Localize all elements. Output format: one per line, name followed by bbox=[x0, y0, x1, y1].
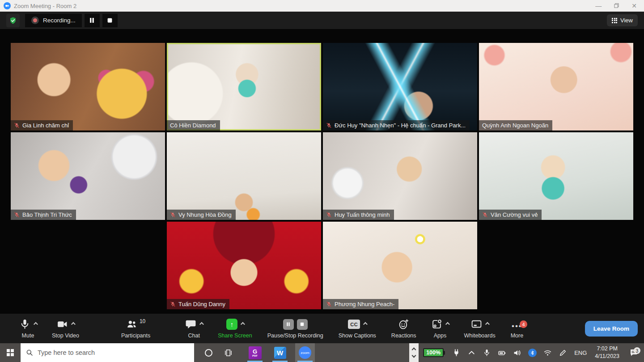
tray-battery-button[interactable] bbox=[494, 343, 509, 362]
share-screen-button[interactable]: ↑ Share Screen bbox=[210, 318, 259, 339]
bluetooth-icon bbox=[528, 349, 537, 357]
bluetooth-button[interactable] bbox=[525, 343, 540, 362]
show-captions-button[interactable]: CC Show Captions bbox=[331, 318, 384, 339]
word-app-button[interactable]: W bbox=[270, 343, 290, 362]
zoom-app-button[interactable]: zoom bbox=[295, 343, 315, 362]
video-tile-co-hien[interactable]: Cô Hiền Diamond bbox=[167, 43, 321, 130]
gallery-row-3: Tuấn Dũng DannyPhương Nhung Peach- bbox=[167, 222, 477, 309]
muted-mic-icon bbox=[326, 301, 332, 307]
minimize-button[interactable]: — bbox=[595, 3, 602, 9]
search-input[interactable] bbox=[38, 349, 189, 356]
captions-options-chevron-icon[interactable] bbox=[363, 322, 368, 327]
participants-icon bbox=[126, 319, 137, 330]
recording-indicator: Recording... bbox=[25, 14, 82, 27]
stop-video-label: Stop Video bbox=[52, 333, 79, 339]
muted-mic-icon bbox=[482, 212, 488, 218]
tray-microphone-button[interactable] bbox=[479, 343, 494, 362]
pause-stop-recording-button[interactable]: Pause/Stop Recording bbox=[260, 318, 331, 339]
search-icon bbox=[26, 349, 33, 356]
window-title: Zoom Meeting - Room 2 bbox=[14, 3, 76, 9]
clock-time: 7:02 PM bbox=[595, 345, 619, 353]
battery-indicator[interactable]: 100% bbox=[423, 348, 445, 357]
video-tile-tuan-dung[interactable]: Tuấn Dũng Danny bbox=[167, 222, 321, 309]
task-view-button[interactable] bbox=[218, 343, 238, 362]
apps-options-chevron-icon[interactable] bbox=[445, 322, 450, 327]
muted-mic-icon bbox=[170, 212, 176, 218]
volume-button[interactable] bbox=[509, 343, 525, 362]
video-camera-icon bbox=[57, 319, 68, 330]
scroll-up-icon[interactable] bbox=[412, 348, 416, 352]
participants-button[interactable]: 10 Participants bbox=[114, 318, 158, 339]
close-button[interactable]: ✕ bbox=[631, 3, 637, 9]
participants-label: Participants bbox=[121, 333, 150, 339]
video-tile-duc-huy[interactable]: Đức Huy "Nhanh Nhẹn" - Hệ chuẩn - Grand … bbox=[323, 43, 477, 130]
participant-name-label: Văn Cường vui vẻ bbox=[479, 210, 542, 220]
participant-name-label: Gia Linh chăm chỉ bbox=[11, 120, 73, 130]
windows-logo-icon bbox=[7, 349, 14, 356]
pause-recording-button[interactable] bbox=[85, 14, 100, 27]
muted-mic-icon bbox=[14, 212, 20, 218]
video-tile-quynh-anh[interactable]: Quỳnh Anh Ngoan Ngoãn bbox=[479, 43, 633, 130]
cortana-icon bbox=[205, 349, 212, 357]
apps-label: Apps bbox=[434, 333, 447, 339]
more-button[interactable]: 4 ••• More bbox=[503, 318, 531, 339]
pdf-app-icon: GPDF bbox=[249, 346, 262, 359]
apps-icon bbox=[431, 319, 442, 330]
pen-icon bbox=[559, 349, 567, 357]
stop-recording-button[interactable] bbox=[102, 14, 118, 27]
reactions-smiley-icon bbox=[398, 319, 409, 330]
security-shield-icon[interactable] bbox=[6, 14, 20, 27]
chat-button[interactable]: Chat bbox=[178, 318, 210, 339]
mute-label: Mute bbox=[22, 333, 34, 339]
wifi-icon bbox=[544, 349, 551, 357]
reactions-button[interactable]: Reactions bbox=[384, 318, 424, 339]
action-center-button[interactable]: 3 bbox=[623, 348, 644, 357]
pen-button[interactable] bbox=[555, 343, 570, 362]
wifi-button[interactable] bbox=[540, 343, 555, 362]
cortana-button[interactable] bbox=[199, 343, 218, 362]
pdf-app-button[interactable]: GPDF bbox=[245, 343, 265, 362]
reactions-label: Reactions bbox=[391, 333, 416, 339]
meeting-toolbar: Mute Stop Video 10 Participants Chat bbox=[0, 314, 644, 343]
video-tile-huy-tuan[interactable]: Huy Tuấn thông minh bbox=[323, 132, 477, 220]
gallery-row-1: Gia Linh chăm chỉCô Hiền DiamondĐức Huy … bbox=[11, 43, 633, 130]
muted-mic-icon bbox=[14, 122, 20, 128]
video-tile-van-cuong[interactable]: Văn Cường vui vẻ bbox=[479, 132, 633, 220]
chat-options-chevron-icon[interactable] bbox=[199, 322, 204, 327]
scroll-down-icon[interactable] bbox=[412, 354, 416, 358]
taskbar-clock[interactable]: 7:02 PM 4/11/2023 bbox=[591, 345, 623, 360]
mute-button[interactable]: Mute bbox=[12, 318, 44, 339]
title-bar: Zoom Meeting - Room 2 — ✕ bbox=[0, 0, 644, 12]
participant-name-label: Phương Nhung Peach- bbox=[323, 299, 398, 309]
video-options-chevron-icon[interactable] bbox=[71, 322, 76, 327]
taskbar-search[interactable] bbox=[21, 343, 194, 362]
view-button[interactable]: View bbox=[607, 14, 638, 26]
video-tile-bao-thinh[interactable]: Bảo Thịnh Tri Thức bbox=[11, 132, 165, 220]
video-tile-gia-linh[interactable]: Gia Linh chăm chỉ bbox=[11, 43, 165, 130]
mute-options-chevron-icon[interactable] bbox=[34, 322, 38, 327]
power-plug-button[interactable] bbox=[449, 343, 464, 362]
participant-name-label: Tuấn Dũng Danny bbox=[167, 299, 229, 309]
toolbar-stop-recording-icon[interactable] bbox=[297, 319, 308, 330]
share-options-chevron-icon[interactable] bbox=[241, 322, 245, 327]
apps-button[interactable]: Apps bbox=[424, 318, 456, 339]
tray-scroll-arrows[interactable] bbox=[409, 343, 419, 362]
language-indicator[interactable]: ENG bbox=[570, 349, 591, 356]
view-button-label: View bbox=[620, 17, 633, 24]
video-tile-phuong-nhung[interactable]: Phương Nhung Peach- bbox=[323, 222, 477, 309]
chat-bubble-icon bbox=[185, 319, 196, 330]
toolbar-pause-recording-icon[interactable] bbox=[283, 319, 294, 330]
leave-room-button[interactable]: Leave Room bbox=[585, 321, 638, 337]
video-gallery: Gia Linh chăm chỉCô Hiền DiamondĐức Huy … bbox=[0, 29, 644, 314]
whiteboards-button[interactable]: Whiteboards bbox=[456, 318, 503, 339]
window-controls: — ✕ bbox=[595, 3, 640, 9]
restore-button[interactable] bbox=[614, 3, 619, 9]
video-tile-vy-nhung[interactable]: Vy Nhung Hòa Đồng bbox=[167, 132, 321, 220]
stop-video-button[interactable]: Stop Video bbox=[44, 318, 87, 339]
participant-name-label: Vy Nhung Hòa Đồng bbox=[167, 210, 236, 220]
participant-name-label: Huy Tuấn thông minh bbox=[323, 210, 394, 220]
start-button[interactable] bbox=[0, 343, 21, 362]
hidden-icons-button[interactable] bbox=[464, 343, 479, 362]
windows-taskbar: GPDF W zoom 100% bbox=[0, 343, 644, 362]
whiteboards-options-chevron-icon[interactable] bbox=[485, 322, 490, 327]
